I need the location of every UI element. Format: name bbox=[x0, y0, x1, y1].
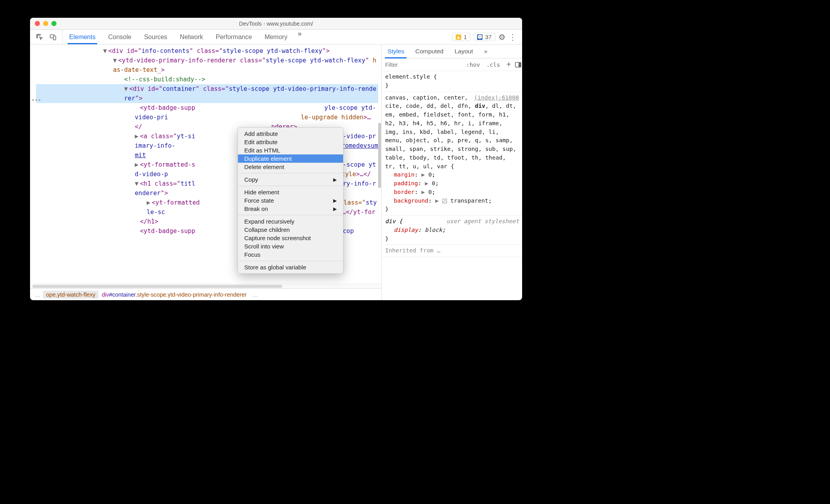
context-menu-item[interactable]: Capture node screenshot bbox=[238, 234, 343, 242]
tab-console[interactable]: Console bbox=[102, 30, 138, 44]
tab-elements[interactable]: Elements bbox=[63, 30, 102, 44]
context-menu-label: Scroll into view bbox=[244, 243, 284, 250]
minimize-icon[interactable] bbox=[43, 21, 48, 26]
toolbar-right: ▲ 1 💬 37 ⚙ ⋮ bbox=[452, 30, 522, 44]
tab-styles[interactable]: Styles bbox=[382, 45, 409, 58]
breadcrumb: … ope.ytd-watch-flexy div#container.styl… bbox=[30, 288, 381, 300]
tabs-overflow-icon[interactable]: » bbox=[479, 45, 493, 58]
tab-performance[interactable]: Performance bbox=[209, 30, 258, 44]
context-menu-separator bbox=[238, 215, 343, 215]
styles-panel: Styles Computed Layout » :hov .cls + ele… bbox=[381, 45, 522, 300]
context-menu-label: Expand recursively bbox=[244, 218, 294, 225]
context-menu-label: Duplicate element bbox=[244, 155, 292, 162]
context-menu-item[interactable]: Break on▶ bbox=[238, 205, 343, 213]
dom-node-selected[interactable]: ▼<div id="container" class="style-scope … bbox=[36, 84, 378, 103]
context-menu-label: Add attribute bbox=[244, 130, 278, 137]
context-menu-label: Collapse children bbox=[244, 226, 290, 233]
panel-tabs: Elements Console Sources Network Perform… bbox=[63, 30, 306, 44]
crumb-item[interactable]: ope.ytd-watch-flexy bbox=[43, 291, 99, 299]
style-block-reset[interactable]: (index):61008 canvas, caption, center, c… bbox=[382, 92, 522, 216]
inspect-icon[interactable] bbox=[36, 33, 43, 41]
context-menu-item[interactable]: Focus bbox=[238, 250, 343, 259]
dom-comment[interactable]: <!--css-build:shady--> bbox=[36, 75, 378, 84]
device-toggle-icon[interactable] bbox=[49, 33, 57, 41]
close-icon[interactable] bbox=[35, 21, 40, 26]
devtools-toolbar: Elements Console Sources Network Perform… bbox=[30, 30, 522, 45]
context-menu-separator bbox=[238, 261, 343, 261]
context-menu-item[interactable]: Store as global variable bbox=[238, 263, 343, 271]
tab-network[interactable]: Network bbox=[174, 30, 209, 44]
messages-count: 37 bbox=[485, 34, 492, 40]
crumb-overflow-right[interactable]: … bbox=[250, 291, 260, 298]
submenu-arrow-icon: ▶ bbox=[333, 206, 337, 212]
context-menu-label: Force state bbox=[244, 197, 274, 204]
submenu-arrow-icon: ▶ bbox=[333, 198, 337, 203]
styles-tabs: Styles Computed Layout » bbox=[382, 45, 522, 58]
devtools-window: DevTools - www.youtube.com/ Elements Con… bbox=[30, 18, 522, 300]
crumb-item-active[interactable]: div#container.style-scope.ytd-video-prim… bbox=[98, 291, 250, 299]
new-rule-button[interactable]: + bbox=[503, 60, 514, 69]
context-menu-label: Edit attribute bbox=[244, 139, 277, 145]
inherited-label: Inherited from … bbox=[382, 245, 522, 257]
context-menu-item[interactable]: Duplicate element bbox=[238, 154, 343, 163]
crumb-overflow-left[interactable]: … bbox=[32, 291, 43, 298]
more-icon[interactable]: ⋮ bbox=[509, 32, 517, 42]
submenu-arrow-icon: ▶ bbox=[333, 177, 337, 182]
horizontal-scrollbar[interactable] bbox=[30, 284, 381, 288]
tab-layout[interactable]: Layout bbox=[449, 45, 479, 58]
dom-node[interactable]: ▼<ytd-video-primary-info-renderer class=… bbox=[36, 56, 378, 75]
context-menu-item[interactable]: Expand recursively bbox=[238, 217, 343, 226]
svg-rect-3 bbox=[519, 62, 521, 67]
vertical-scrollbar[interactable] bbox=[378, 71, 381, 266]
context-menu-label: Focus bbox=[244, 251, 260, 258]
messages-badge[interactable]: 💬 37 bbox=[473, 33, 495, 41]
context-menu-label: Copy bbox=[244, 176, 258, 183]
message-icon: 💬 bbox=[477, 34, 483, 40]
stylesheet-link[interactable]: (index):61008 bbox=[474, 94, 519, 102]
context-menu-label: Break on bbox=[244, 205, 268, 212]
context-menu-label: Delete element bbox=[244, 164, 284, 170]
context-menu-item[interactable]: Edit attribute bbox=[238, 138, 343, 146]
warnings-badge[interactable]: ▲ 1 bbox=[452, 33, 470, 41]
styles-toolbar: :hov .cls + bbox=[382, 58, 522, 71]
context-menu-item[interactable]: Force state▶ bbox=[238, 196, 343, 205]
ua-label: user agent stylesheet bbox=[447, 217, 519, 226]
svg-rect-1 bbox=[53, 36, 56, 40]
gutter-overflow-icon: ••• bbox=[32, 97, 42, 104]
context-menu-label: Capture node screenshot bbox=[244, 235, 311, 241]
window-title: DevTools - www.youtube.com/ bbox=[30, 21, 522, 27]
style-block-element[interactable]: element.style { } bbox=[382, 71, 522, 92]
tab-computed[interactable]: Computed bbox=[410, 45, 449, 58]
zoom-icon[interactable] bbox=[51, 21, 57, 26]
warning-icon: ▲ bbox=[456, 34, 461, 40]
styles-filter-input[interactable] bbox=[382, 62, 463, 68]
style-block-ua[interactable]: user agent stylesheet div { display: blo… bbox=[382, 216, 522, 245]
context-menu-separator bbox=[238, 173, 343, 173]
toggle-drawer-icon[interactable] bbox=[514, 61, 522, 69]
context-menu-item[interactable]: Delete element bbox=[238, 163, 343, 171]
context-menu-label: Edit as HTML bbox=[244, 147, 280, 154]
cls-button[interactable]: .cls bbox=[483, 62, 503, 68]
tabs-overflow-icon[interactable]: » bbox=[294, 30, 306, 44]
toolbar-left bbox=[30, 30, 63, 44]
warnings-count: 1 bbox=[464, 34, 467, 40]
hov-button[interactable]: :hov bbox=[463, 62, 483, 68]
styles-list[interactable]: element.style { } (index):61008 canvas, … bbox=[382, 71, 522, 300]
tab-sources[interactable]: Sources bbox=[138, 30, 174, 44]
context-menu-separator bbox=[238, 186, 343, 186]
tab-memory[interactable]: Memory bbox=[258, 30, 294, 44]
context-menu-item[interactable]: Scroll into view bbox=[238, 242, 343, 250]
window-titlebar: DevTools - www.youtube.com/ bbox=[30, 18, 522, 30]
context-menu-label: Hide element bbox=[244, 189, 279, 196]
context-menu-item[interactable]: Hide element bbox=[238, 188, 343, 196]
window-traffic-lights bbox=[35, 21, 57, 26]
settings-icon[interactable]: ⚙ bbox=[498, 32, 506, 42]
context-menu-item[interactable]: Copy▶ bbox=[238, 175, 343, 184]
context-menu-label: Store as global variable bbox=[244, 264, 306, 271]
context-menu-item[interactable]: Add attribute bbox=[238, 130, 343, 138]
context-menu-item[interactable]: Edit as HTML bbox=[238, 146, 343, 154]
dom-node[interactable]: ▼<div id="info-contents" class="style-sc… bbox=[36, 46, 378, 56]
context-menu-item[interactable]: Collapse children bbox=[238, 226, 343, 234]
context-menu: Add attributeEdit attributeEdit as HTMLD… bbox=[238, 127, 343, 274]
